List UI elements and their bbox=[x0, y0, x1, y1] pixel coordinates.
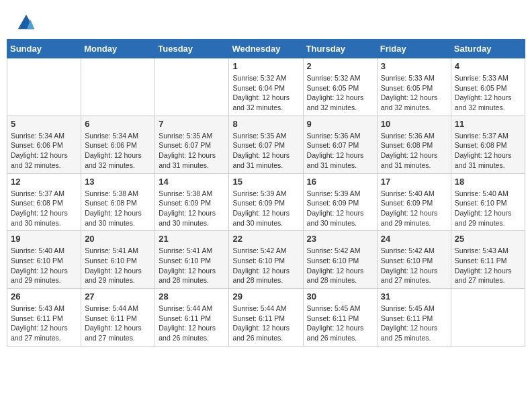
day-number: 15 bbox=[232, 177, 299, 187]
calendar-cell: 12Sunrise: 5:37 AM Sunset: 6:08 PM Dayli… bbox=[7, 173, 81, 231]
day-number: 3 bbox=[381, 61, 447, 71]
header-day-friday: Friday bbox=[377, 40, 451, 58]
day-info: Sunrise: 5:45 AM Sunset: 6:11 PM Dayligh… bbox=[307, 304, 373, 343]
calendar-cell: 27Sunrise: 5:44 AM Sunset: 6:11 PM Dayli… bbox=[81, 289, 155, 347]
day-info: Sunrise: 5:38 AM Sunset: 6:08 PM Dayligh… bbox=[85, 189, 151, 228]
calendar-cell: 17Sunrise: 5:40 AM Sunset: 6:09 PM Dayli… bbox=[377, 173, 451, 231]
calendar-cell: 8Sunrise: 5:35 AM Sunset: 6:07 PM Daylig… bbox=[229, 116, 303, 173]
day-number: 2 bbox=[307, 61, 373, 71]
calendar-cell: 26Sunrise: 5:43 AM Sunset: 6:11 PM Dayli… bbox=[7, 289, 81, 347]
calendar-week-5: 26Sunrise: 5:43 AM Sunset: 6:11 PM Dayli… bbox=[7, 289, 525, 347]
day-number: 14 bbox=[159, 177, 225, 187]
calendar-week-3: 12Sunrise: 5:37 AM Sunset: 6:08 PM Dayli… bbox=[7, 173, 525, 231]
day-info: Sunrise: 5:44 AM Sunset: 6:11 PM Dayligh… bbox=[85, 304, 151, 343]
day-number: 21 bbox=[159, 234, 225, 244]
day-number: 16 bbox=[307, 177, 373, 187]
day-number: 10 bbox=[381, 119, 447, 129]
day-number: 19 bbox=[11, 234, 77, 244]
header-day-wednesday: Wednesday bbox=[229, 40, 303, 58]
day-number: 17 bbox=[381, 177, 447, 187]
calendar-cell bbox=[451, 289, 525, 347]
day-number: 31 bbox=[381, 291, 447, 302]
calendar-cell: 14Sunrise: 5:38 AM Sunset: 6:09 PM Dayli… bbox=[155, 173, 229, 231]
calendar-cell bbox=[7, 58, 81, 116]
calendar-week-2: 5Sunrise: 5:34 AM Sunset: 6:06 PM Daylig… bbox=[7, 116, 525, 173]
day-number: 1 bbox=[232, 61, 299, 71]
day-info: Sunrise: 5:34 AM Sunset: 6:06 PM Dayligh… bbox=[11, 131, 77, 171]
day-info: Sunrise: 5:32 AM Sunset: 6:05 PM Dayligh… bbox=[307, 73, 373, 113]
day-number: 11 bbox=[455, 119, 521, 129]
calendar-cell: 20Sunrise: 5:41 AM Sunset: 6:10 PM Dayli… bbox=[81, 231, 155, 289]
day-info: Sunrise: 5:40 AM Sunset: 6:10 PM Dayligh… bbox=[11, 246, 77, 285]
calendar-cell: 15Sunrise: 5:39 AM Sunset: 6:09 PM Dayli… bbox=[229, 173, 303, 231]
day-info: Sunrise: 5:45 AM Sunset: 6:11 PM Dayligh… bbox=[381, 304, 447, 343]
header-day-saturday: Saturday bbox=[451, 40, 525, 58]
calendar-cell: 11Sunrise: 5:37 AM Sunset: 6:08 PM Dayli… bbox=[451, 116, 525, 173]
day-info: Sunrise: 5:41 AM Sunset: 6:10 PM Dayligh… bbox=[159, 246, 225, 285]
calendar-cell: 30Sunrise: 5:45 AM Sunset: 6:11 PM Dayli… bbox=[303, 289, 377, 347]
calendar-cell: 6Sunrise: 5:34 AM Sunset: 6:06 PM Daylig… bbox=[81, 116, 155, 173]
calendar-cell: 3Sunrise: 5:33 AM Sunset: 6:05 PM Daylig… bbox=[377, 58, 451, 116]
calendar-week-4: 19Sunrise: 5:40 AM Sunset: 6:10 PM Dayli… bbox=[7, 231, 525, 289]
calendar-body: 1Sunrise: 5:32 AM Sunset: 6:04 PM Daylig… bbox=[7, 58, 525, 347]
calendar-cell: 28Sunrise: 5:44 AM Sunset: 6:11 PM Dayli… bbox=[155, 289, 229, 347]
day-number: 4 bbox=[455, 61, 521, 71]
calendar-cell: 10Sunrise: 5:36 AM Sunset: 6:08 PM Dayli… bbox=[377, 116, 451, 173]
calendar-cell: 25Sunrise: 5:43 AM Sunset: 6:11 PM Dayli… bbox=[451, 231, 525, 289]
calendar-cell: 29Sunrise: 5:44 AM Sunset: 6:11 PM Dayli… bbox=[229, 289, 303, 347]
header-day-sunday: Sunday bbox=[7, 40, 81, 58]
day-number: 20 bbox=[85, 234, 151, 244]
day-info: Sunrise: 5:41 AM Sunset: 6:10 PM Dayligh… bbox=[85, 246, 151, 285]
day-info: Sunrise: 5:35 AM Sunset: 6:07 PM Dayligh… bbox=[159, 131, 225, 171]
day-number: 29 bbox=[232, 291, 299, 302]
logo-icon bbox=[17, 13, 36, 32]
day-number: 30 bbox=[307, 291, 373, 302]
header-day-monday: Monday bbox=[81, 40, 155, 58]
day-info: Sunrise: 5:42 AM Sunset: 6:10 PM Dayligh… bbox=[307, 246, 373, 285]
day-info: Sunrise: 5:43 AM Sunset: 6:11 PM Dayligh… bbox=[455, 246, 521, 285]
calendar-cell: 5Sunrise: 5:34 AM Sunset: 6:06 PM Daylig… bbox=[7, 116, 81, 173]
day-number: 25 bbox=[455, 234, 521, 244]
page-header bbox=[7, 7, 525, 36]
calendar-cell: 9Sunrise: 5:36 AM Sunset: 6:07 PM Daylig… bbox=[303, 116, 377, 173]
calendar-cell: 7Sunrise: 5:35 AM Sunset: 6:07 PM Daylig… bbox=[155, 116, 229, 173]
header-day-thursday: Thursday bbox=[303, 40, 377, 58]
day-number: 18 bbox=[455, 177, 521, 187]
calendar-cell: 22Sunrise: 5:42 AM Sunset: 6:10 PM Dayli… bbox=[229, 231, 303, 289]
day-number: 5 bbox=[11, 119, 77, 129]
header-day-tuesday: Tuesday bbox=[155, 40, 229, 58]
day-info: Sunrise: 5:40 AM Sunset: 6:10 PM Dayligh… bbox=[455, 189, 521, 228]
day-info: Sunrise: 5:37 AM Sunset: 6:08 PM Dayligh… bbox=[11, 189, 77, 228]
day-info: Sunrise: 5:40 AM Sunset: 6:09 PM Dayligh… bbox=[381, 189, 447, 228]
calendar-cell: 13Sunrise: 5:38 AM Sunset: 6:08 PM Dayli… bbox=[81, 173, 155, 231]
calendar-cell bbox=[81, 58, 155, 116]
day-info: Sunrise: 5:39 AM Sunset: 6:09 PM Dayligh… bbox=[307, 189, 373, 228]
calendar-cell: 2Sunrise: 5:32 AM Sunset: 6:05 PM Daylig… bbox=[303, 58, 377, 116]
day-info: Sunrise: 5:36 AM Sunset: 6:07 PM Dayligh… bbox=[307, 131, 373, 171]
day-number: 28 bbox=[159, 291, 225, 302]
day-info: Sunrise: 5:36 AM Sunset: 6:08 PM Dayligh… bbox=[381, 131, 447, 171]
day-number: 23 bbox=[307, 234, 373, 244]
day-number: 7 bbox=[159, 119, 225, 129]
day-info: Sunrise: 5:44 AM Sunset: 6:11 PM Dayligh… bbox=[232, 304, 299, 343]
day-info: Sunrise: 5:35 AM Sunset: 6:07 PM Dayligh… bbox=[232, 131, 299, 171]
day-number: 8 bbox=[232, 119, 299, 129]
day-number: 27 bbox=[85, 291, 151, 302]
calendar-week-1: 1Sunrise: 5:32 AM Sunset: 6:04 PM Daylig… bbox=[7, 58, 525, 116]
day-number: 6 bbox=[85, 119, 151, 129]
calendar-cell bbox=[155, 58, 229, 116]
day-number: 13 bbox=[85, 177, 151, 187]
day-info: Sunrise: 5:33 AM Sunset: 6:05 PM Dayligh… bbox=[381, 73, 447, 113]
calendar-cell: 24Sunrise: 5:42 AM Sunset: 6:10 PM Dayli… bbox=[377, 231, 451, 289]
day-number: 26 bbox=[11, 291, 77, 302]
logo bbox=[17, 13, 38, 32]
calendar-cell: 18Sunrise: 5:40 AM Sunset: 6:10 PM Dayli… bbox=[451, 173, 525, 231]
calendar-table: SundayMondayTuesdayWednesdayThursdayFrid… bbox=[7, 39, 525, 347]
day-info: Sunrise: 5:42 AM Sunset: 6:10 PM Dayligh… bbox=[381, 246, 447, 285]
calendar-cell: 4Sunrise: 5:33 AM Sunset: 6:05 PM Daylig… bbox=[451, 58, 525, 116]
day-info: Sunrise: 5:37 AM Sunset: 6:08 PM Dayligh… bbox=[455, 131, 521, 171]
day-info: Sunrise: 5:33 AM Sunset: 6:05 PM Dayligh… bbox=[455, 73, 521, 113]
day-info: Sunrise: 5:44 AM Sunset: 6:11 PM Dayligh… bbox=[159, 304, 225, 343]
calendar-cell: 31Sunrise: 5:45 AM Sunset: 6:11 PM Dayli… bbox=[377, 289, 451, 347]
day-number: 12 bbox=[11, 177, 77, 187]
